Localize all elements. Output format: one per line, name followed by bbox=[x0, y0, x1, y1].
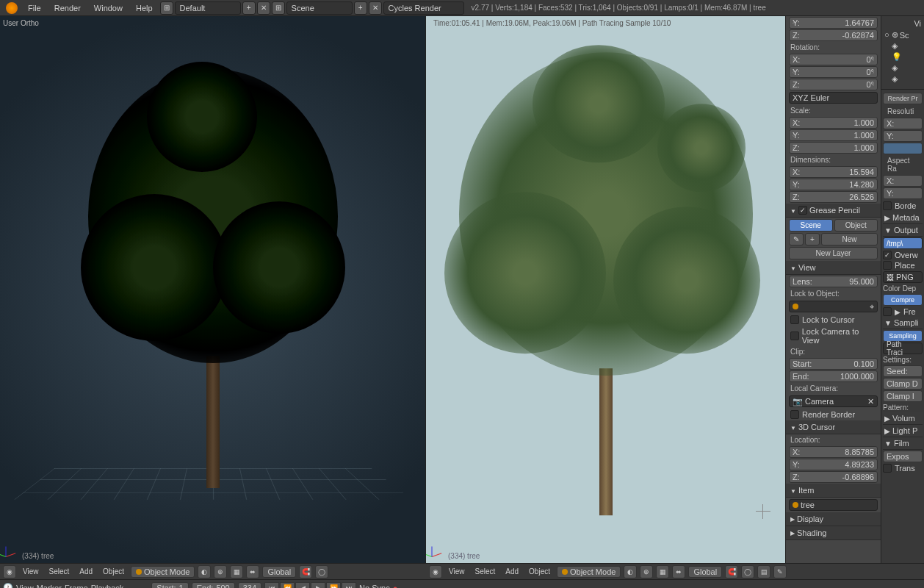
volume-header[interactable]: ▶ Volum bbox=[883, 412, 923, 425]
editor-type-icon[interactable]: ◉ bbox=[3, 565, 16, 578]
shading-icon[interactable]: ◐ bbox=[624, 565, 637, 578]
aspect-x-field[interactable]: X: bbox=[883, 175, 923, 187]
lightpaths-header[interactable]: ▶ Light P bbox=[883, 425, 923, 437]
overwrite-check[interactable] bbox=[883, 251, 892, 259]
jump-start-icon[interactable]: ⏮ bbox=[264, 582, 279, 589]
rot-z-field[interactable]: ‹Z:0°› bbox=[789, 79, 878, 90]
manipulator-icon[interactable]: ⬌ bbox=[672, 565, 685, 578]
mode-selector[interactable]: Object Mode bbox=[131, 566, 195, 578]
keyframe-prev-icon[interactable]: ⏪ bbox=[280, 582, 295, 589]
tree-object-rendered[interactable] bbox=[452, 45, 760, 515]
sampling-header[interactable]: ▼ Sampli bbox=[883, 317, 923, 329]
layout-browse-icon[interactable]: ⊞ bbox=[160, 1, 173, 15]
layout-remove-button[interactable]: ✕ bbox=[257, 1, 270, 15]
item-header[interactable]: Item bbox=[786, 484, 881, 498]
freestyle-check[interactable] bbox=[883, 307, 892, 316]
menu-help[interactable]: Help bbox=[130, 2, 159, 14]
add-menu[interactable]: Add bbox=[76, 566, 96, 577]
orientation-selector[interactable]: Global bbox=[688, 566, 722, 578]
render-presets[interactable]: Render Pr bbox=[883, 93, 923, 104]
render-engine-selector[interactable]: Cycles Render bbox=[383, 1, 464, 15]
lock-camera-check[interactable] bbox=[790, 331, 799, 340]
tree-object-solid[interactable] bbox=[73, 47, 353, 488]
scene-add-button[interactable]: + bbox=[354, 1, 367, 15]
res-x-field[interactable]: X: bbox=[883, 118, 923, 129]
gp-scene-tab[interactable]: Scene bbox=[789, 219, 833, 232]
view-menu[interactable]: View bbox=[445, 566, 469, 577]
loc-z-field[interactable]: ‹Z:-0.62874› bbox=[789, 29, 878, 41]
tl-frame-menu[interactable]: Frame bbox=[65, 584, 88, 589]
layers-icon[interactable]: ▦ bbox=[230, 565, 243, 578]
rot-x-field[interactable]: ‹X:0°› bbox=[789, 54, 878, 65]
orientation-selector[interactable]: Global bbox=[262, 566, 296, 578]
exposure-field[interactable]: Expos bbox=[883, 451, 923, 462]
cursor-y-field[interactable]: ‹Y:4.89233› bbox=[789, 459, 878, 470]
lock-cursor-check[interactable] bbox=[790, 315, 799, 324]
res-y-field[interactable]: Y: bbox=[883, 130, 923, 142]
gp-new-button[interactable]: New bbox=[821, 233, 878, 245]
clear-icon[interactable]: ✕ bbox=[867, 397, 874, 406]
film-header[interactable]: ▼ Film bbox=[883, 437, 923, 450]
add-menu[interactable]: Add bbox=[502, 566, 522, 577]
play-reverse-icon[interactable]: ◀ bbox=[295, 582, 310, 589]
outliner-item[interactable]: 💡 bbox=[883, 51, 923, 62]
scene-selector[interactable]: Scene bbox=[286, 1, 353, 15]
outliner-item[interactable]: ◈ bbox=[883, 40, 923, 51]
scale-y-field[interactable]: ‹Y:1.000› bbox=[789, 129, 878, 141]
rotation-mode-select[interactable]: XYZ Euler bbox=[789, 92, 878, 104]
gpencil-icon[interactable]: ✎ bbox=[773, 565, 787, 578]
metadata-header[interactable]: ▶ Metada bbox=[883, 212, 923, 224]
gp-check[interactable] bbox=[798, 206, 807, 215]
res-pct-field[interactable] bbox=[883, 143, 923, 154]
outliner-item[interactable]: ◈ bbox=[883, 62, 923, 74]
outliner-scene[interactable]: ○ ⊕ Sc bbox=[883, 29, 923, 40]
eyedropper-icon[interactable]: ⌖ bbox=[870, 302, 874, 312]
proportional-icon[interactable]: ◯ bbox=[315, 565, 328, 578]
scene-remove-button[interactable]: ✕ bbox=[369, 1, 382, 15]
select-menu[interactable]: Select bbox=[472, 566, 499, 577]
gp-object-tab[interactable]: Object bbox=[834, 219, 878, 232]
editor-type-icon[interactable]: 🕐 bbox=[3, 583, 13, 588]
play-icon[interactable]: ▶ bbox=[311, 582, 325, 589]
pivot-icon[interactable]: ⊕ bbox=[640, 565, 653, 578]
scene-browse-icon[interactable]: ⊞ bbox=[272, 1, 285, 15]
editor-type-icon[interactable]: ◉ bbox=[429, 565, 442, 578]
outliner-item[interactable]: ◈ bbox=[883, 74, 923, 85]
gp-add-icon[interactable]: + bbox=[805, 233, 820, 245]
lock-object-field[interactable]: ⌖ bbox=[789, 301, 878, 312]
menu-file[interactable]: File bbox=[22, 2, 47, 14]
shading-icon[interactable]: ◐ bbox=[198, 565, 211, 578]
output-path-field[interactable]: /tmp\ bbox=[883, 237, 923, 249]
tl-view-menu[interactable]: View bbox=[16, 584, 34, 589]
pivot-icon[interactable]: ⊕ bbox=[214, 565, 227, 578]
keyframe-next-icon[interactable]: ⏩ bbox=[326, 582, 341, 589]
sync-mode-selector[interactable]: No Sync bbox=[359, 584, 390, 589]
snap-icon[interactable]: 🧲 bbox=[725, 565, 738, 578]
gp-edit-icon[interactable]: ✎ bbox=[789, 233, 804, 245]
tl-marker-menu[interactable]: Marker bbox=[37, 584, 62, 589]
dim-x-field[interactable]: ‹X:15.594› bbox=[789, 166, 878, 178]
mode-selector[interactable]: Object Mode bbox=[557, 566, 621, 578]
view-panel-header[interactable]: View bbox=[786, 261, 881, 275]
scale-z-field[interactable]: ‹Z:1.000› bbox=[789, 142, 878, 154]
scale-x-field[interactable]: ‹X:1.000› bbox=[789, 117, 878, 129]
item-name-field[interactable]: tree bbox=[789, 499, 878, 511]
gp-newlayer-button[interactable]: New Layer bbox=[789, 247, 878, 259]
frame-end-field[interactable]: End:500 bbox=[192, 582, 235, 589]
jump-end-icon[interactable]: ⏭ bbox=[342, 582, 356, 589]
clamp-direct-field[interactable]: Clamp D bbox=[883, 378, 923, 390]
cursor-z-field[interactable]: ‹Z:-0.68896› bbox=[789, 471, 878, 483]
layout-add-button[interactable]: + bbox=[242, 1, 256, 15]
integrator-select[interactable]: Path Traci bbox=[883, 343, 923, 354]
manipulator-icon[interactable]: ⬌ bbox=[246, 565, 259, 578]
proportional-icon[interactable]: ◯ bbox=[741, 565, 754, 578]
menu-window[interactable]: Window bbox=[88, 2, 129, 14]
aspect-y-field[interactable]: Y: bbox=[883, 187, 923, 199]
frame-start-field[interactable]: Start:1 bbox=[151, 582, 188, 589]
viewport-right[interactable]: Time:01:05.41 | Mem:19.06M, Peak:19.06M … bbox=[426, 16, 786, 563]
display-header[interactable]: ▶Display bbox=[786, 512, 881, 526]
clip-start-field[interactable]: ‹Start:0.100› bbox=[789, 358, 878, 370]
lens-field[interactable]: ‹Lens:95.000› bbox=[789, 276, 878, 287]
object-menu[interactable]: Object bbox=[525, 566, 554, 577]
cursor-x-field[interactable]: ‹X:8.85785› bbox=[789, 446, 878, 458]
